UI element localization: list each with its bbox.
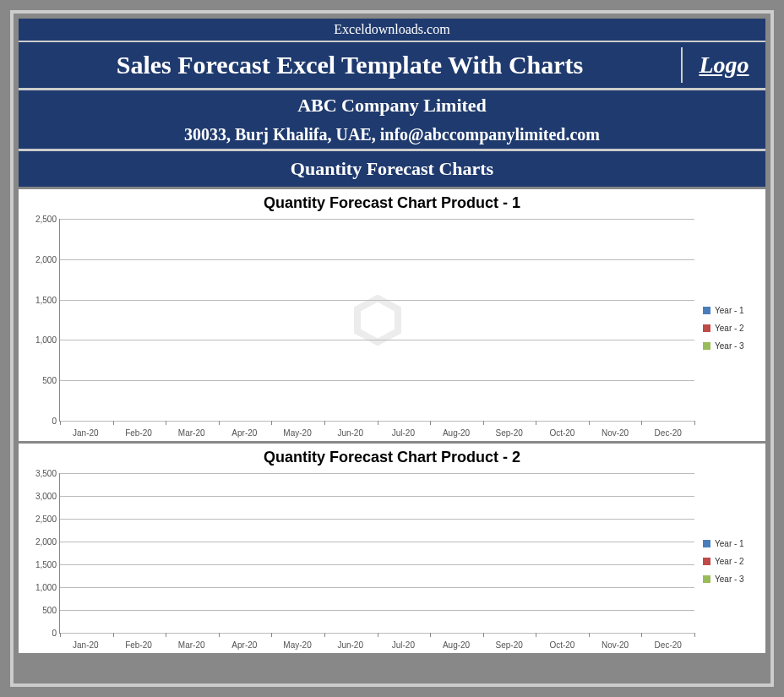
x-tick (378, 421, 378, 425)
x-axis: Jan-20Feb-20Mar-20Apr-20May-20Jun-20Jul-… (59, 428, 694, 438)
swatch-icon (703, 342, 710, 350)
chart-title: Quantity Forecast Chart Product - 2 (22, 449, 762, 466)
y-tick-label: 1,000 (23, 335, 57, 345)
x-tick-label: Oct-20 (536, 428, 589, 438)
swatch-icon (703, 540, 710, 547)
y-tick-label: 3,000 (23, 492, 57, 501)
x-tick (430, 633, 431, 637)
x-tick (113, 633, 114, 637)
legend-item: Year - 2 (703, 324, 762, 333)
page-title: Sales Forecast Excel Template With Chart… (19, 47, 681, 83)
page-frame: Exceldownloads.com Sales Forecast Excel … (10, 10, 774, 687)
logo: Logo (681, 47, 765, 83)
x-tick-label: Jul-20 (377, 640, 430, 650)
x-tick-label: Sep-20 (482, 428, 536, 438)
swatch-icon (703, 307, 710, 314)
x-tick-label: Jan-20 (59, 640, 112, 650)
legend-item: Year - 3 (703, 341, 762, 351)
x-tick-label: Jan-20 (59, 428, 112, 438)
company-address: 30033, Burj Khalifa, UAE, info@abccompan… (19, 121, 765, 149)
legend-item: Year - 3 (703, 574, 762, 584)
bars-row (60, 473, 694, 633)
x-tick (694, 633, 695, 637)
x-tick (324, 421, 325, 425)
legend-label: Year - 2 (715, 324, 744, 333)
legend-label: Year - 1 (715, 306, 744, 315)
company-name: ABC Company Limited (19, 90, 765, 121)
y-tick-label: 2,000 (23, 537, 57, 547)
swatch-icon (703, 558, 710, 565)
y-tick-label: 2,500 (23, 515, 57, 524)
x-tick (166, 633, 166, 637)
x-tick-label: Dec-20 (641, 640, 694, 650)
x-tick-label: Nov-20 (589, 640, 642, 650)
x-tick-label: Feb-20 (112, 428, 166, 438)
title-bar: Sales Forecast Excel Template With Chart… (19, 42, 765, 88)
plot-area: 05001,0001,5002,0002,500 (59, 219, 694, 422)
y-tick-label: 0 (23, 417, 57, 426)
x-tick (60, 633, 61, 637)
site-bar: Exceldownloads.com (19, 19, 765, 42)
x-tick (378, 633, 378, 637)
x-tick (536, 633, 536, 637)
x-tick (589, 633, 590, 637)
x-tick-label: Mar-20 (165, 428, 218, 438)
y-tick-label: 500 (23, 606, 57, 615)
x-tick-label: Jul-20 (377, 428, 430, 438)
x-tick (589, 421, 590, 425)
y-tick-label: 1,500 (23, 560, 57, 569)
x-tick-label: Aug-20 (430, 640, 483, 650)
legend-label: Year - 3 (715, 341, 744, 351)
legend-label: Year - 3 (715, 574, 744, 584)
x-tick-label: Dec-20 (641, 428, 694, 438)
chart-product-1: Quantity Forecast Chart Product - 1 0500… (19, 189, 765, 441)
legend: Year - 1 Year - 2 Year - 3 (694, 219, 762, 438)
y-tick-label: 1,500 (23, 295, 57, 304)
x-tick (641, 421, 642, 425)
x-tick (324, 633, 325, 637)
x-tick-label: Apr-20 (218, 640, 271, 650)
legend: Year - 1 Year - 2 Year - 3 (694, 473, 762, 650)
chart-title: Quantity Forecast Chart Product - 1 (22, 194, 762, 212)
swatch-icon (703, 324, 710, 332)
x-tick (536, 421, 536, 425)
y-tick-label: 2,500 (23, 215, 57, 224)
x-axis: Jan-20Feb-20Mar-20Apr-20May-20Jun-20Jul-… (59, 640, 694, 650)
x-tick (271, 421, 272, 425)
x-tick-label: May-20 (271, 428, 324, 438)
y-tick-label: 500 (23, 376, 57, 385)
x-tick (483, 421, 484, 425)
x-tick (166, 421, 166, 425)
plot-area: 05001,0001,5002,0002,5003,0003,500 (59, 473, 694, 634)
x-tick-label: Jun-20 (324, 640, 377, 650)
x-tick (694, 421, 695, 425)
swatch-icon (703, 575, 710, 583)
bars-row (60, 219, 694, 421)
chart-product-2: Quantity Forecast Chart Product - 2 0500… (19, 444, 765, 653)
x-tick-label: Aug-20 (430, 428, 483, 438)
x-tick-label: Jun-20 (324, 428, 377, 438)
y-tick-label: 2,000 (23, 254, 57, 264)
y-tick-label: 0 (23, 629, 57, 638)
legend-item: Year - 1 (703, 539, 762, 548)
x-tick (483, 633, 484, 637)
x-tick (219, 633, 220, 637)
x-tick (641, 633, 642, 637)
x-tick (271, 633, 272, 637)
section-heading: Quantity Forecast Charts (19, 151, 765, 187)
y-tick-label: 3,500 (23, 469, 57, 478)
legend-label: Year - 2 (715, 557, 744, 566)
y-tick-label: 1,000 (23, 583, 57, 592)
legend-item: Year - 2 (703, 557, 762, 566)
x-tick-label: Mar-20 (165, 640, 218, 650)
x-tick (430, 421, 431, 425)
site-name: Exceldownloads.com (334, 22, 449, 36)
x-tick (60, 421, 61, 425)
x-tick-label: Feb-20 (112, 640, 166, 650)
x-tick-label: Sep-20 (482, 640, 536, 650)
x-tick-label: Oct-20 (536, 640, 589, 650)
x-tick-label: Apr-20 (218, 428, 271, 438)
x-tick (219, 421, 220, 425)
legend-item: Year - 1 (703, 306, 762, 315)
x-tick (113, 421, 114, 425)
